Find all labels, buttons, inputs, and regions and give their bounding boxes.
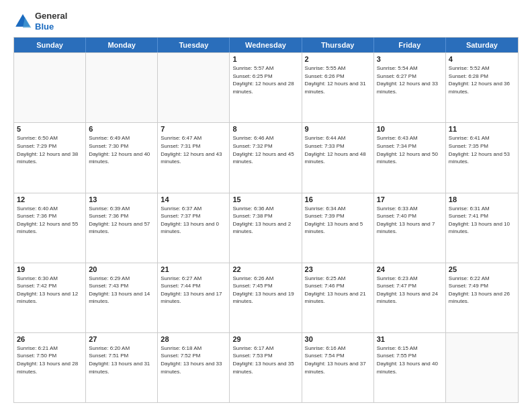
- day-info: Sunrise: 5:55 AMSunset: 6:26 PMDaylight:…: [305, 64, 371, 95]
- day-number: 22: [232, 265, 298, 273]
- day-number: 25: [449, 265, 515, 273]
- day-info: Sunrise: 6:17 AMSunset: 7:53 PMDaylight:…: [232, 345, 298, 375]
- calendar-row: 5Sunrise: 6:50 AMSunset: 7:29 PMDaylight…: [14, 122, 518, 192]
- day-info: Sunrise: 6:49 AMSunset: 7:30 PMDaylight:…: [89, 134, 154, 165]
- calendar-cell: 3Sunrise: 5:54 AMSunset: 6:27 PMDaylight…: [374, 53, 446, 122]
- header: General Blue: [13, 11, 519, 32]
- calendar-cell: 12Sunrise: 6:40 AMSunset: 7:36 PMDayligh…: [14, 193, 86, 263]
- day-number: 18: [449, 195, 515, 203]
- day-info: Sunrise: 5:57 AMSunset: 6:25 PMDaylight:…: [232, 64, 298, 95]
- calendar-cell: 19Sunrise: 6:30 AMSunset: 7:42 PMDayligh…: [14, 263, 86, 332]
- day-info: Sunrise: 6:21 AMSunset: 7:50 PMDaylight:…: [17, 345, 83, 375]
- calendar-cell: [86, 53, 158, 122]
- calendar-cell: 31Sunrise: 6:15 AMSunset: 7:55 PMDayligh…: [374, 333, 446, 402]
- calendar-cell: 17Sunrise: 6:33 AMSunset: 7:40 PMDayligh…: [374, 193, 446, 263]
- weekday-header: Saturday: [446, 38, 518, 52]
- calendar-cell: 29Sunrise: 6:17 AMSunset: 7:53 PMDayligh…: [230, 333, 302, 402]
- day-number: 11: [449, 125, 515, 133]
- weekday-header: Friday: [374, 38, 446, 52]
- logo: General Blue: [13, 11, 67, 32]
- day-number: 5: [17, 125, 83, 133]
- day-number: 31: [377, 335, 443, 343]
- day-info: Sunrise: 6:25 AMSunset: 7:46 PMDaylight:…: [305, 275, 371, 306]
- calendar-row: 26Sunrise: 6:21 AMSunset: 7:50 PMDayligh…: [14, 332, 518, 402]
- day-info: Sunrise: 6:46 AMSunset: 7:32 PMDaylight:…: [232, 134, 298, 165]
- calendar-cell: 11Sunrise: 6:41 AMSunset: 7:35 PMDayligh…: [446, 123, 518, 192]
- day-number: 17: [377, 195, 443, 203]
- calendar-cell: 5Sunrise: 6:50 AMSunset: 7:29 PMDaylight…: [14, 123, 86, 192]
- calendar-row: 1Sunrise: 5:57 AMSunset: 6:25 PMDaylight…: [14, 52, 518, 122]
- calendar-cell: [158, 53, 230, 122]
- calendar-row: 19Sunrise: 6:30 AMSunset: 7:42 PMDayligh…: [14, 263, 518, 332]
- day-number: 29: [232, 335, 298, 343]
- day-number: 26: [17, 335, 83, 343]
- day-number: 7: [161, 125, 226, 133]
- day-info: Sunrise: 5:54 AMSunset: 6:27 PMDaylight:…: [377, 64, 443, 95]
- day-info: Sunrise: 6:26 AMSunset: 7:45 PMDaylight:…: [232, 275, 298, 306]
- day-number: 20: [89, 265, 154, 273]
- day-info: Sunrise: 6:16 AMSunset: 7:54 PMDaylight:…: [305, 345, 371, 375]
- calendar-row: 12Sunrise: 6:40 AMSunset: 7:36 PMDayligh…: [14, 193, 518, 263]
- day-info: Sunrise: 6:27 AMSunset: 7:44 PMDaylight:…: [161, 275, 226, 306]
- day-number: 28: [161, 335, 226, 343]
- calendar: SundayMondayTuesdayWednesdayThursdayFrid…: [13, 37, 519, 403]
- day-info: Sunrise: 6:22 AMSunset: 7:49 PMDaylight:…: [449, 275, 515, 306]
- calendar-cell: 21Sunrise: 6:27 AMSunset: 7:44 PMDayligh…: [158, 263, 230, 332]
- calendar-cell: 30Sunrise: 6:16 AMSunset: 7:54 PMDayligh…: [302, 333, 374, 402]
- calendar-cell: 13Sunrise: 6:39 AMSunset: 7:36 PMDayligh…: [86, 193, 158, 263]
- day-number: 13: [89, 195, 154, 203]
- calendar-cell: 9Sunrise: 6:44 AMSunset: 7:33 PMDaylight…: [302, 123, 374, 192]
- day-number: 10: [377, 125, 443, 133]
- day-info: Sunrise: 6:40 AMSunset: 7:36 PMDaylight:…: [17, 205, 83, 236]
- calendar-cell: 25Sunrise: 6:22 AMSunset: 7:49 PMDayligh…: [446, 263, 518, 332]
- day-info: Sunrise: 6:37 AMSunset: 7:37 PMDaylight:…: [161, 205, 226, 236]
- calendar-cell: [14, 53, 86, 122]
- calendar-cell: 22Sunrise: 6:26 AMSunset: 7:45 PMDayligh…: [230, 263, 302, 332]
- day-info: Sunrise: 6:23 AMSunset: 7:47 PMDaylight:…: [377, 275, 443, 306]
- day-number: 30: [305, 335, 371, 343]
- calendar-body: 1Sunrise: 5:57 AMSunset: 6:25 PMDaylight…: [14, 52, 518, 402]
- day-number: 9: [305, 125, 371, 133]
- day-info: Sunrise: 6:20 AMSunset: 7:51 PMDaylight:…: [89, 345, 154, 375]
- calendar-cell: 26Sunrise: 6:21 AMSunset: 7:50 PMDayligh…: [14, 333, 86, 402]
- calendar-cell: 2Sunrise: 5:55 AMSunset: 6:26 PMDaylight…: [302, 53, 374, 122]
- day-number: 12: [17, 195, 83, 203]
- day-number: 3: [377, 55, 443, 63]
- day-info: Sunrise: 6:33 AMSunset: 7:40 PMDaylight:…: [377, 205, 443, 236]
- weekday-header: Wednesday: [230, 38, 302, 52]
- weekday-header: Thursday: [302, 38, 374, 52]
- calendar-cell: 15Sunrise: 6:36 AMSunset: 7:38 PMDayligh…: [230, 193, 302, 263]
- calendar-cell: 16Sunrise: 6:34 AMSunset: 7:39 PMDayligh…: [302, 193, 374, 263]
- calendar-cell: 6Sunrise: 6:49 AMSunset: 7:30 PMDaylight…: [86, 123, 158, 192]
- day-number: 15: [232, 195, 298, 203]
- logo-text: General Blue: [35, 11, 67, 32]
- day-info: Sunrise: 6:39 AMSunset: 7:36 PMDaylight:…: [89, 205, 154, 236]
- day-info: Sunrise: 6:41 AMSunset: 7:35 PMDaylight:…: [449, 134, 515, 165]
- calendar-header: SundayMondayTuesdayWednesdayThursdayFrid…: [14, 38, 518, 52]
- calendar-cell: 14Sunrise: 6:37 AMSunset: 7:37 PMDayligh…: [158, 193, 230, 263]
- day-info: Sunrise: 6:31 AMSunset: 7:41 PMDaylight:…: [449, 205, 515, 236]
- day-info: Sunrise: 5:52 AMSunset: 6:28 PMDaylight:…: [449, 64, 515, 95]
- calendar-cell: 1Sunrise: 5:57 AMSunset: 6:25 PMDaylight…: [230, 53, 302, 122]
- calendar-cell: [446, 333, 518, 402]
- logo-icon: [13, 12, 32, 31]
- day-info: Sunrise: 6:30 AMSunset: 7:42 PMDaylight:…: [17, 275, 83, 306]
- day-info: Sunrise: 6:29 AMSunset: 7:43 PMDaylight:…: [89, 275, 154, 306]
- day-info: Sunrise: 6:15 AMSunset: 7:55 PMDaylight:…: [377, 345, 443, 375]
- day-number: 6: [89, 125, 154, 133]
- calendar-cell: 27Sunrise: 6:20 AMSunset: 7:51 PMDayligh…: [86, 333, 158, 402]
- day-number: 23: [305, 265, 371, 273]
- day-number: 24: [377, 265, 443, 273]
- day-number: 19: [17, 265, 83, 273]
- day-number: 2: [305, 55, 371, 63]
- day-info: Sunrise: 6:43 AMSunset: 7:34 PMDaylight:…: [377, 134, 443, 165]
- calendar-cell: 7Sunrise: 6:47 AMSunset: 7:31 PMDaylight…: [158, 123, 230, 192]
- day-number: 1: [232, 55, 298, 63]
- calendar-cell: 24Sunrise: 6:23 AMSunset: 7:47 PMDayligh…: [374, 263, 446, 332]
- calendar-cell: 18Sunrise: 6:31 AMSunset: 7:41 PMDayligh…: [446, 193, 518, 263]
- day-number: 16: [305, 195, 371, 203]
- day-info: Sunrise: 6:34 AMSunset: 7:39 PMDaylight:…: [305, 205, 371, 236]
- calendar-cell: 10Sunrise: 6:43 AMSunset: 7:34 PMDayligh…: [374, 123, 446, 192]
- weekday-header: Sunday: [14, 38, 86, 52]
- calendar-cell: 20Sunrise: 6:29 AMSunset: 7:43 PMDayligh…: [86, 263, 158, 332]
